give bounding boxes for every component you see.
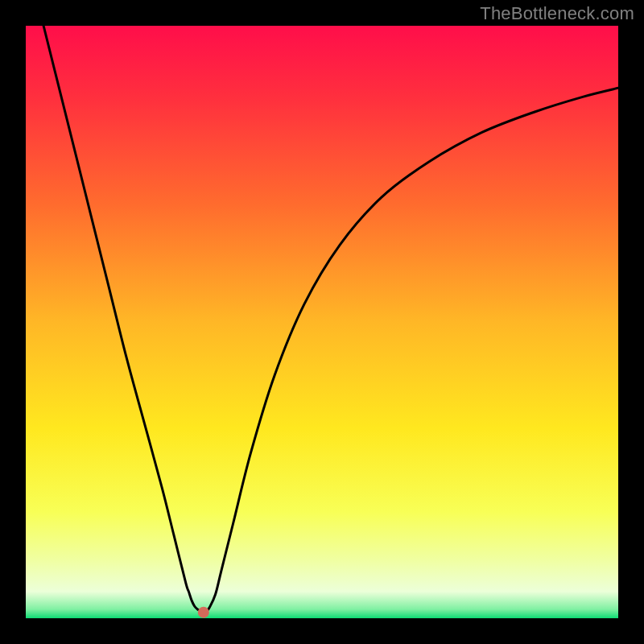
plot-area <box>26 26 618 618</box>
chart-svg <box>26 26 618 618</box>
marker-dot <box>198 607 209 618</box>
watermark-text: TheBottleneck.com <box>480 3 634 24</box>
chart-frame: TheBottleneck.com <box>0 0 644 644</box>
